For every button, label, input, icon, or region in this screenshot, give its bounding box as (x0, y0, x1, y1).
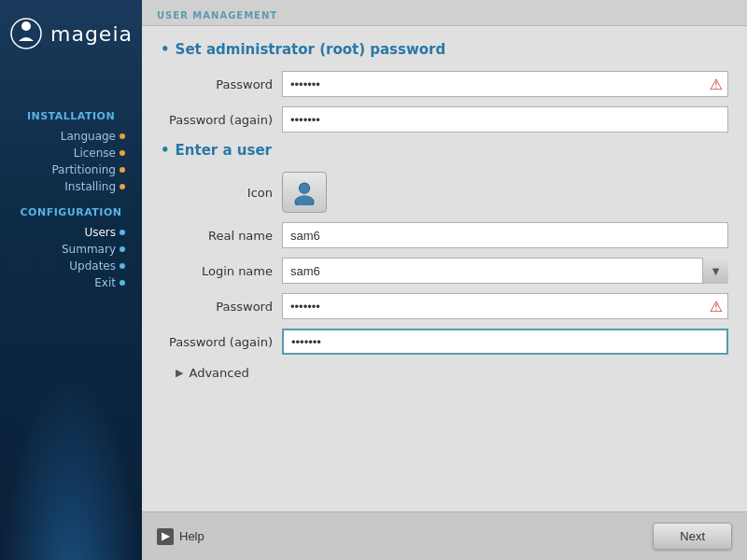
root-password-input[interactable] (282, 71, 728, 97)
sidebar-decoration (0, 373, 142, 560)
exit-label: Exit (94, 276, 116, 289)
root-password-again-group: Password (again) (161, 106, 728, 133)
root-section-title: Set administrator (root) password (161, 41, 728, 58)
real-name-input[interactable] (282, 222, 728, 248)
real-name-wrapper (282, 222, 728, 248)
summary-dot (120, 246, 125, 252)
language-label: Language (61, 130, 116, 143)
sidebar-item-updates[interactable]: Updates (0, 258, 142, 274)
installing-label: Installing (64, 180, 116, 193)
help-icon: ▶ (157, 528, 174, 545)
user-password-group: Password ⚠ (161, 293, 728, 319)
user-password-again-wrapper (282, 329, 728, 355)
main-header: USER MANAGEMENT (142, 0, 747, 26)
real-name-label: Real name (161, 229, 282, 243)
root-password-again-wrapper (282, 106, 728, 133)
logo-text: mageia (50, 22, 133, 46)
updates-label: Updates (69, 259, 116, 273)
partitioning-label: Partitioning (51, 163, 116, 176)
help-label: Help (179, 529, 204, 543)
real-name-group: Real name (161, 222, 728, 248)
user-password-again-group: Password (again) (161, 329, 728, 355)
language-dot (120, 133, 125, 139)
summary-label: Summary (62, 243, 116, 256)
next-label: Next (680, 529, 705, 543)
license-dot (120, 150, 125, 156)
users-label: Users (84, 226, 116, 239)
sidebar-item-exit[interactable]: Exit (0, 274, 142, 291)
logo: mageia (9, 17, 133, 50)
configuration-section: CONFIGURATION Users Summary Updates Exit (0, 203, 142, 291)
installation-title: INSTALLATION (0, 106, 142, 128)
user-password-again-label: Password (again) (161, 335, 282, 349)
license-label: License (74, 147, 116, 160)
user-password-wrapper: ⚠ (282, 293, 728, 319)
sidebar-item-partitioning[interactable]: Partitioning (0, 161, 142, 178)
next-button[interactable]: Next (653, 523, 732, 550)
exit-dot (120, 280, 125, 286)
updates-dot (120, 263, 125, 269)
configuration-title: CONFIGURATION (0, 203, 142, 224)
user-section-title: Enter a user (161, 142, 728, 159)
main-content: Set administrator (root) password Passwo… (142, 26, 747, 511)
root-password-again-label: Password (again) (161, 113, 282, 127)
login-name-wrapper: sam6 ▼ (282, 258, 728, 284)
installing-dot (120, 184, 125, 189)
user-section: Enter a user Icon Real name (161, 142, 728, 380)
header-label: USER MANAGEMENT (157, 10, 277, 21)
advanced-row[interactable]: ▶ Advanced (176, 366, 728, 380)
sidebar-item-users[interactable]: Users (0, 224, 142, 241)
partitioning-dot (120, 167, 125, 173)
users-dot (120, 230, 125, 235)
main-footer: ▶ Help Next (142, 511, 747, 560)
sidebar-item-language[interactable]: Language (0, 128, 142, 145)
login-name-label: Login name (161, 264, 282, 278)
icon-label: Icon (161, 186, 282, 200)
svg-point-1 (21, 21, 31, 31)
help-button[interactable]: ▶ Help (157, 528, 204, 545)
user-avatar-icon (291, 179, 317, 205)
sidebar-item-installing[interactable]: Installing (0, 178, 142, 195)
user-password-again-input[interactable] (282, 329, 728, 355)
login-name-group: Login name sam6 ▼ (161, 258, 728, 284)
sidebar-item-license[interactable]: License (0, 145, 142, 161)
root-password-again-input[interactable] (282, 106, 728, 133)
icon-group: Icon (161, 172, 728, 213)
root-password-label: Password (161, 77, 282, 91)
advanced-label: Advanced (189, 366, 248, 380)
advanced-arrow-icon: ▶ (176, 367, 183, 379)
user-password-label: Password (161, 300, 282, 314)
sidebar: mageia INSTALLATION Language License Par… (0, 0, 142, 560)
user-password-input[interactable] (282, 293, 728, 319)
root-password-group: Password ⚠ (161, 71, 728, 97)
main-panel: USER MANAGEMENT Set administrator (root)… (142, 0, 747, 560)
svg-point-5 (295, 196, 313, 206)
root-password-wrapper: ⚠ (282, 71, 728, 97)
mageia-logo-icon (9, 17, 43, 50)
installation-section: INSTALLATION Language License Partitioni… (0, 106, 142, 195)
sidebar-item-summary[interactable]: Summary (0, 241, 142, 258)
login-name-select[interactable]: sam6 (282, 258, 728, 284)
svg-point-4 (300, 183, 310, 193)
user-icon-button[interactable] (282, 172, 327, 213)
